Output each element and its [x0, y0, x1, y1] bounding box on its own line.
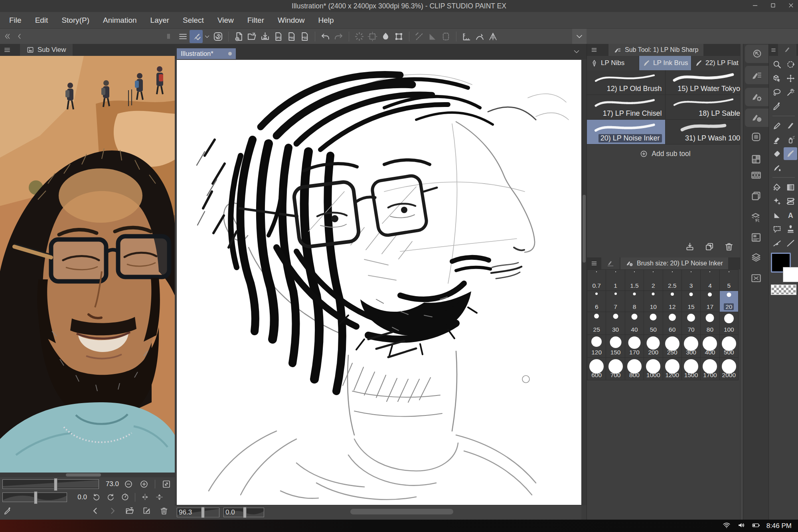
toolbar-undo-button[interactable] [319, 30, 332, 43]
toolbar-redo-button[interactable] [332, 30, 345, 43]
add-subtool-button[interactable]: Add sub tool [587, 150, 743, 158]
duplicate-button[interactable] [704, 241, 715, 253]
brushsize-1500[interactable]: 1500 [682, 358, 700, 380]
subview-eyedropper-mode[interactable] [2, 506, 13, 516]
subview-zoom-handle[interactable] [54, 478, 57, 491]
brushsize-400[interactable]: 400 [701, 335, 719, 357]
dock-stack-cards[interactable] [743, 190, 769, 202]
toolbar-file-png-button[interactable]: PNG [285, 30, 298, 43]
panel-menu-icon[interactable] [770, 47, 776, 53]
window-titlebar[interactable]: Illustration* (2400 x 2400px 300dpi 96.3… [0, 0, 798, 12]
toolbar-ruler-angle-button[interactable] [460, 30, 473, 43]
brushsize-100[interactable]: 100 [720, 312, 738, 334]
tool-watercolor[interactable] [770, 161, 784, 174]
toolbar-chevron-down-button[interactable] [203, 30, 211, 43]
brushsize-20[interactable]: 20 [720, 291, 738, 312]
tool-balloon[interactable] [770, 223, 784, 235]
toolbar-folder-open-button[interactable] [245, 30, 259, 43]
brushsize-300[interactable]: 300 [682, 335, 700, 357]
subview-rotate-handle[interactable] [34, 491, 38, 504]
toolbar-snap-ruler-button[interactable] [426, 30, 439, 43]
panel-menu-icon[interactable] [591, 46, 598, 53]
tab-tools[interactable] [778, 44, 796, 56]
brushsize-150[interactable]: 150 [606, 335, 624, 357]
brushsize-15[interactable]: 15 [682, 291, 700, 312]
brushsize-25[interactable]: 25 [587, 312, 606, 334]
tool-blend[interactable] [784, 195, 797, 208]
canvas-rotate-slider[interactable]: 0.0 [223, 508, 264, 517]
tab-brushsize[interactable]: Brush size: 20) LP Noise Inker [620, 257, 728, 269]
subtool-tab-lp-nibs[interactable]: LP Nibs [587, 56, 639, 70]
subview-rotate-slider[interactable] [2, 492, 67, 502]
dock-film[interactable] [743, 169, 769, 181]
menu-view[interactable]: View [211, 12, 241, 28]
menu-select[interactable]: Select [176, 12, 211, 28]
brushsize-250[interactable]: 250 [663, 335, 681, 357]
tool-eyedropper[interactable] [770, 100, 784, 113]
subview-photo[interactable] [0, 56, 175, 473]
minus-circle-button[interactable] [123, 479, 134, 489]
tool-wand[interactable] [784, 86, 797, 99]
dock-swatch[interactable] [743, 131, 769, 143]
brushsize-7[interactable]: 7 [606, 291, 624, 312]
brushsize-600[interactable]: 600 [587, 358, 606, 380]
tool-bucket[interactable] [770, 181, 784, 194]
menu-filter[interactable]: Filter [241, 12, 271, 28]
menu-window[interactable]: Window [271, 12, 312, 28]
brushsize-2[interactable]: 2 [644, 270, 662, 291]
nav-back-button[interactable] [90, 506, 101, 516]
tool-move-tool[interactable] [784, 72, 797, 85]
tray-wifi[interactable] [722, 521, 731, 531]
brushsize-1200[interactable]: 1200 [663, 358, 681, 380]
tool-object-tool[interactable] [770, 72, 784, 85]
brushsize-170[interactable]: 170 [625, 335, 644, 357]
tool-marker-tool[interactable] [770, 133, 784, 146]
subview-hscroll-handle[interactable] [66, 473, 101, 477]
toolbar-save-button[interactable] [259, 30, 272, 43]
toolbar-droplet-button[interactable] [379, 30, 392, 43]
brushsize-1-5[interactable]: 1.5 [625, 270, 644, 291]
maximize-button[interactable] [769, 2, 777, 11]
tab-illustration[interactable]: Illustration* [177, 48, 236, 59]
brush-item-18-lp-sable[interactable]: 18) LP Sable [666, 95, 744, 119]
close-button[interactable] [787, 2, 795, 11]
transparent-color-swatch[interactable] [771, 285, 796, 295]
brushsize-10[interactable]: 10 [644, 291, 662, 312]
brushsize-1700[interactable]: 1700 [701, 358, 719, 380]
brushsize-500[interactable]: 500 [720, 335, 738, 357]
tool-stamp[interactable] [784, 223, 797, 235]
tool-rotate-view[interactable] [784, 58, 797, 71]
grip-icon[interactable] [164, 32, 172, 40]
brushsize-5[interactable]: 5 [720, 270, 738, 291]
tab-subtool[interactable]: Sub Tool: 1) LP Nib Sharp [608, 44, 703, 56]
tool-pen-tool[interactable] [770, 119, 784, 132]
menu-help[interactable]: Help [312, 12, 341, 28]
subtool-tab-lp-ink-brus[interactable]: LP Ink Brus [639, 56, 691, 70]
brush-item-17-lp-fine-chisel[interactable]: 17) LP Fine Chisel [587, 95, 665, 119]
canvas-zoom-slider[interactable]: 96.3 [177, 508, 219, 517]
toolbar-shrink-select-button[interactable] [366, 30, 379, 43]
tool-eraser-tool[interactable] [770, 147, 784, 160]
toolbar-expand-button[interactable] [572, 29, 587, 44]
brushsize-6[interactable]: 6 [587, 291, 606, 312]
trash-button[interactable] [158, 506, 169, 516]
brushsize-80[interactable]: 80 [701, 312, 719, 334]
brushsize-2-5[interactable]: 2.5 [663, 270, 681, 291]
edit-box-button[interactable] [141, 506, 152, 516]
brushsize-50[interactable]: 50 [644, 312, 662, 334]
rotate-ccw-button[interactable] [91, 492, 102, 502]
dock-grid-swatch[interactable] [743, 153, 769, 165]
menu-edit[interactable]: Edit [28, 12, 55, 28]
brushsize-60[interactable]: 60 [663, 312, 681, 334]
brushsize-1000[interactable]: 1000 [644, 358, 662, 380]
brush-item-12-lp-old-brush[interactable]: 12) LP Old Brush [587, 70, 665, 95]
trash-button[interactable] [724, 241, 734, 253]
toolbar-transform-button[interactable] [392, 30, 405, 43]
subview-hscrollbar[interactable] [0, 473, 175, 477]
brushsize-1[interactable]: 1 [606, 270, 624, 291]
rotate-reset-button[interactable] [120, 492, 130, 502]
dock-pen-target[interactable] [745, 109, 769, 127]
toolbar-ruler-perspective-button[interactable] [486, 30, 500, 43]
dock-pen-gear[interactable] [745, 88, 769, 106]
brushsize-30[interactable]: 30 [606, 312, 624, 334]
